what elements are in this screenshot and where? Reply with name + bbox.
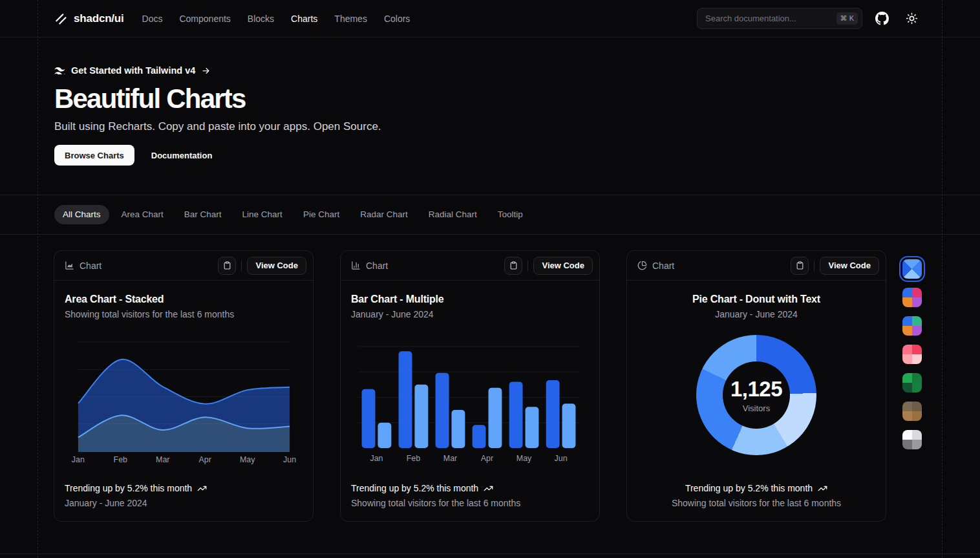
bar-chart-plot[interactable]: JanFebMarAprMayJun [351,335,589,466]
header-divider [814,261,815,271]
browse-charts-button[interactable]: Browse Charts [54,145,134,166]
pie-chart-card: Chart View Code Pie Chart - Donut with T… [626,250,886,522]
donut-total-label: Visitors [743,403,770,413]
tab-area-chart[interactable]: Area Chart [113,205,172,224]
trending-up-icon [197,484,207,493]
tab-bar-chart[interactable]: Bar Chart [176,205,230,224]
search-shortcut: ⌘ K [836,12,858,25]
nav-link-themes[interactable]: Themes [334,14,367,24]
chart-title: Pie Chart - Donut with Text [637,294,875,305]
bar-chart-icon [351,261,361,270]
svg-text:Mar: Mar [443,454,457,463]
github-icon[interactable] [871,8,892,29]
card-header-label: Chart [80,261,101,271]
theme-swatch-blue[interactable] [902,259,922,279]
charts-section: Chart View Code Area Chart - Stacked Sho… [0,234,980,558]
page-title: Beautiful Charts [54,83,922,114]
chart-title: Area Chart - Stacked [65,294,303,305]
search-input[interactable] [705,14,831,23]
tab-radial-chart[interactable]: Radial Chart [420,205,485,224]
trending-up-icon [818,484,827,493]
tab-pie-chart[interactable]: Pie Chart [295,205,348,224]
shadcn-logo-icon [54,12,67,25]
trend-text: Trending up by 5.2% this month [351,483,478,493]
area-chart-card: Chart View Code Area Chart - Stacked Sho… [54,250,314,522]
footer-subtext: Showing total visitors for the last 6 mo… [637,498,875,508]
theme-swatch-amber[interactable] [902,402,922,421]
bar-chart-card: Chart View Code Bar Chart - Multiple Jan… [340,250,600,522]
chart-subtitle: January - June 2024 [351,309,589,319]
svg-text:Feb: Feb [114,455,127,464]
tailwind-icon [54,67,65,74]
sun-icon[interactable] [901,8,922,29]
header-divider [241,261,242,271]
svg-text:Jun: Jun [555,454,568,463]
card-header-label: Chart [366,261,388,271]
top-nav: shadcn/ui DocsComponentsBlocksChartsThem… [0,0,980,37]
pie-chart-icon [637,261,647,270]
chart-title: Bar Chart - Multiple [351,294,589,305]
nav-link-blocks[interactable]: Blocks [248,14,274,24]
area-chart-icon [65,261,74,270]
tab-radar-chart[interactable]: Radar Chart [352,205,416,224]
footer-subtext: Showing total visitors for the last 6 mo… [351,498,589,508]
trend-text: Trending up by 5.2% this month [65,483,192,493]
svg-text:Mar: Mar [156,455,169,464]
svg-text:Apr: Apr [481,454,493,463]
svg-text:May: May [517,454,532,463]
copy-code-button[interactable] [504,257,522,275]
svg-text:Jan: Jan [370,454,383,463]
brand-name: shadcn/ui [74,12,124,25]
donut-chart[interactable]: 1,125 Visitors [696,335,816,455]
brand[interactable]: shadcn/ui [54,12,124,25]
svg-text:Jun: Jun [283,455,296,464]
theme-swatch-green[interactable] [902,373,922,392]
nav-links: DocsComponentsBlocksChartsThemesColors [142,14,410,24]
nav-link-components[interactable]: Components [179,14,230,24]
theme-swatch-rose[interactable] [902,345,922,364]
header-divider [527,261,528,271]
chart-subtitle: Showing total visitors for the last 6 mo… [65,309,303,319]
svg-text:Feb: Feb [407,454,420,463]
view-code-button[interactable]: View Code [533,257,593,275]
hero-section: Get Started with Tailwind v4 Beautiful C… [54,37,922,166]
tailwind-banner[interactable]: Get Started with Tailwind v4 [54,65,922,76]
chart-type-tabs: All ChartsArea ChartBar ChartLine ChartP… [0,195,980,234]
card-header-label: Chart [652,261,674,271]
theme-swatches [902,259,922,449]
theme-swatch-multi-green[interactable] [902,316,922,336]
area-chart-plot[interactable]: JanFebMarAprMayJun [65,335,303,466]
documentation-button[interactable]: Documentation [141,145,223,166]
tab-tooltip[interactable]: Tooltip [489,205,531,224]
theme-swatch-default[interactable] [902,288,922,307]
theme-swatch-gray[interactable] [902,430,922,449]
trend-text: Trending up by 5.2% this month [685,483,813,493]
chart-subtitle: January - June 2024 [637,309,875,319]
svg-text:Apr: Apr [199,455,211,464]
tab-line-chart[interactable]: Line Chart [234,205,291,224]
page-subtitle: Built using Recharts. Copy and paste int… [54,120,922,133]
nav-link-colors[interactable]: Colors [384,14,410,24]
tab-all-charts[interactable]: All Charts [54,205,109,224]
search-box[interactable]: ⌘ K [697,8,862,29]
banner-text: Get Started with Tailwind v4 [71,65,195,76]
trending-up-icon [484,484,493,493]
footer-subtext: January - June 2024 [65,498,303,508]
view-code-button[interactable]: View Code [820,257,879,275]
nav-link-docs[interactable]: Docs [142,14,163,24]
nav-link-charts[interactable]: Charts [291,14,317,24]
svg-text:Jan: Jan [72,455,85,464]
copy-code-button[interactable] [791,257,809,275]
copy-code-button[interactable] [218,257,236,275]
view-code-button[interactable]: View Code [247,257,306,275]
arrow-right-icon [201,66,211,76]
donut-total-value: 1,125 [730,377,782,402]
svg-text:May: May [240,455,255,464]
